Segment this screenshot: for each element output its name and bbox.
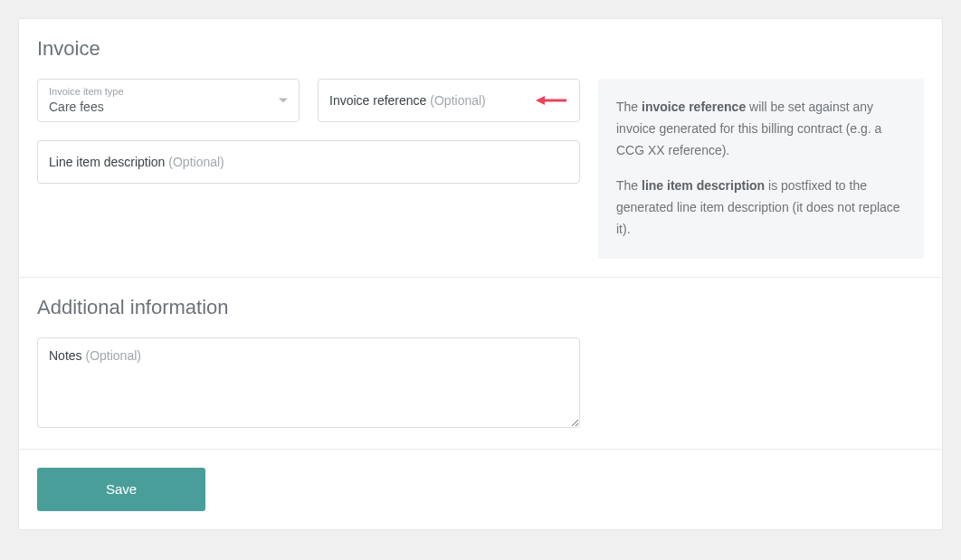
chevron-down-icon <box>279 99 288 103</box>
line-item-description-input[interactable] <box>38 141 579 183</box>
invoice-help-panel: The invoice reference will be set agains… <box>598 79 924 259</box>
arrow-left-icon <box>536 94 568 107</box>
line-item-description-field[interactable]: Line item description (Optional) <box>37 140 580 184</box>
invoice-item-type-label: Invoice item type <box>49 85 288 98</box>
additional-info-heading: Additional information <box>37 296 924 319</box>
form-card: Invoice Invoice item type Care fees Invo… <box>18 18 943 530</box>
notes-textarea[interactable] <box>37 337 580 428</box>
form-footer: Save <box>19 449 942 529</box>
invoice-item-type-value: Care fees <box>49 100 104 114</box>
help-paragraph-reference: The invoice reference will be set agains… <box>616 97 906 161</box>
help-paragraph-lineitem: The line item description is postfixed t… <box>616 176 906 240</box>
invoice-item-type-select[interactable]: Invoice item type Care fees <box>37 79 300 122</box>
invoice-section: Invoice Invoice item type Care fees Invo… <box>19 19 942 277</box>
save-button[interactable]: Save <box>37 468 205 511</box>
invoice-heading: Invoice <box>37 37 924 61</box>
additional-info-section: Additional information Notes (Optional) <box>19 277 942 449</box>
svg-marker-1 <box>536 96 545 105</box>
invoice-reference-field[interactable]: Invoice reference (Optional) <box>318 79 580 122</box>
